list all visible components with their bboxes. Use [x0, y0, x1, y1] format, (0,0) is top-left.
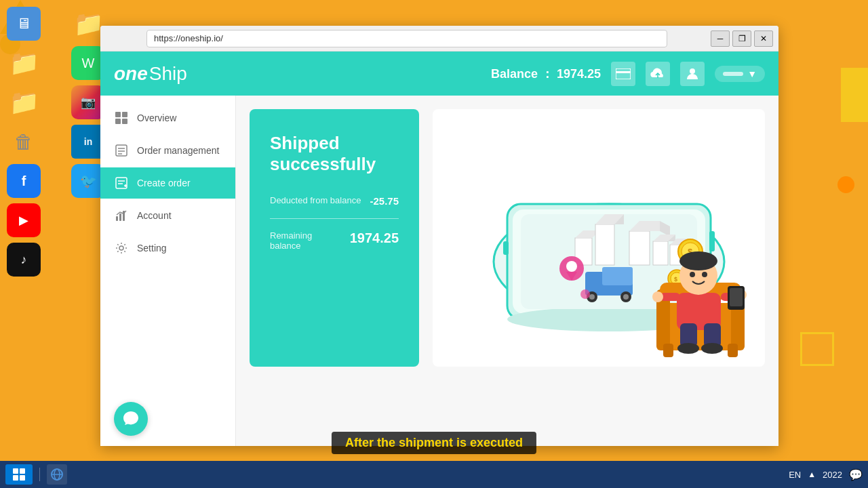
svg-point-67 — [690, 272, 695, 277]
desktop-icon-computer[interactable]: 🖥 — [7, 7, 41, 41]
logo-ship: Ship — [149, 63, 187, 85]
cloud-icon[interactable] — [646, 62, 670, 86]
svg-rect-18 — [119, 214, 121, 221]
svg-point-75 — [677, 343, 699, 354]
sidebar-item-setting[interactable]: Setting — [100, 232, 235, 264]
setting-icon — [114, 241, 129, 256]
deducted-label: Deducted from balance — [270, 195, 363, 205]
browser-address-bar[interactable]: https://oneship.io/ — [146, 30, 667, 47]
content-area: Shipped successfully Deducted from balan… — [236, 96, 778, 446]
svg-rect-1 — [616, 71, 631, 73]
svg-rect-62 — [663, 344, 673, 357]
overview-icon — [114, 110, 129, 125]
svg-rect-4 — [115, 112, 121, 117]
svg-point-45 — [589, 294, 595, 300]
taskbar-up-arrow: ▲ — [808, 470, 816, 479]
illustration-area: $ $ — [433, 109, 765, 367]
svg-point-76 — [701, 343, 723, 354]
desktop-icons-left: 🖥 📁 📁 🗑 f ▶ ♪ — [0, 0, 47, 461]
taskbar-lang: EN — [789, 470, 801, 480]
taskbar-year: 2022 — [823, 470, 842, 480]
deco-orange-circle — [837, 176, 854, 193]
balance-separator: ： — [541, 67, 553, 81]
svg-point-51 — [580, 289, 590, 299]
balance-display: Balance ： 1974.25 — [491, 66, 601, 82]
taskbar: EN ▲ 2022 💬 — [0, 461, 868, 488]
browser-titlebar: https://oneship.io/ ─ ❐ ✕ — [100, 26, 778, 52]
svg-point-68 — [702, 272, 707, 277]
browser-close-button[interactable]: ✕ — [754, 30, 773, 47]
browser-maximize-button[interactable]: ❐ — [732, 30, 751, 47]
sidebar-item-order-management[interactable]: Order management — [100, 135, 235, 166]
svg-point-66 — [679, 251, 717, 270]
balance-value: 1974.25 — [557, 67, 601, 81]
chat-button[interactable] — [114, 402, 148, 436]
svg-point-47 — [623, 294, 629, 300]
svg-rect-79 — [13, 468, 18, 474]
create-order-icon — [114, 176, 129, 190]
svg-rect-43 — [602, 267, 633, 285]
taskbar-right: EN ▲ 2022 💬 — [789, 468, 863, 481]
logo: one Ship — [114, 63, 187, 85]
sidebar-overview-label: Overview — [137, 113, 176, 123]
desktop: 🖥 📁 📁 🗑 f ▶ ♪ 📁 W 📷 in 🐦 https://oneship… — [0, 0, 868, 488]
desktop-icon-tiktok[interactable]: ♪ — [7, 243, 41, 277]
card-icon[interactable] — [611, 62, 635, 86]
browser-window: https://oneship.io/ ─ ❐ ✕ one Ship Balan… — [100, 26, 778, 446]
sidebar-setting-label: Setting — [137, 243, 167, 253]
svg-rect-63 — [728, 344, 738, 357]
svg-rect-82 — [20, 475, 25, 481]
order-management-icon — [114, 143, 129, 158]
svg-rect-80 — [20, 468, 25, 474]
success-card: Shipped successfully Deducted from balan… — [250, 109, 419, 367]
sidebar: Overview Order management — [100, 96, 236, 446]
desktop-icon-folder2[interactable]: 📁 — [7, 85, 41, 119]
app-header: one Ship Balance ： 1974.25 — [100, 52, 778, 96]
taskbar-chat-icon[interactable]: 💬 — [849, 468, 863, 481]
sidebar-account-label: Account — [137, 210, 172, 221]
header-right: Balance ： 1974.25 — [491, 62, 765, 86]
svg-rect-39 — [595, 224, 614, 265]
desktop-icon-youtube[interactable]: ▶ — [7, 203, 41, 237]
taskbar-app-ie[interactable] — [47, 464, 67, 485]
success-title: Shipped successfully — [270, 133, 399, 175]
remaining-value: 1974.25 — [350, 230, 399, 246]
sidebar-item-account[interactable]: Account — [100, 200, 235, 231]
deducted-value: -25.75 — [370, 195, 399, 207]
desktop-icon-folder1[interactable]: 📁 — [7, 46, 41, 80]
remaining-row: Remaining balance 1974.25 — [270, 230, 399, 251]
svg-rect-17 — [116, 216, 118, 221]
subtitle: After the shipment is executed — [332, 432, 536, 454]
svg-point-49 — [566, 261, 577, 272]
svg-rect-6 — [115, 119, 121, 124]
svg-point-3 — [690, 68, 695, 74]
desktop-icon-facebook[interactable]: f — [7, 164, 41, 198]
svg-rect-0 — [616, 68, 631, 79]
svg-point-20 — [119, 246, 123, 250]
taskbar-separator1 — [39, 468, 40, 481]
svg-rect-7 — [122, 119, 127, 124]
sidebar-item-create-order[interactable]: Create order — [100, 167, 235, 199]
sidebar-order-label: Order management — [137, 145, 219, 156]
balance-details: Deducted from balance -25.75 Remaining b… — [270, 195, 399, 251]
svg-rect-27 — [503, 241, 509, 255]
user-icon[interactable] — [680, 62, 705, 86]
sidebar-item-overview[interactable]: Overview — [100, 102, 235, 134]
remaining-label: Remaining balance — [270, 230, 343, 251]
browser-minimize-button[interactable]: ─ — [711, 30, 730, 47]
account-icon — [114, 208, 129, 223]
svg-rect-5 — [122, 112, 127, 117]
content-row: Shipped successfully Deducted from balan… — [250, 109, 765, 367]
svg-rect-81 — [13, 475, 18, 481]
deco-yellow-box2 — [800, 332, 834, 366]
divider — [270, 218, 399, 219]
balance-label: Balance — [491, 67, 538, 81]
header-dropdown[interactable]: ▼ — [715, 66, 765, 82]
svg-rect-78 — [730, 288, 743, 306]
browser-content: one Ship Balance ： 1974.25 — [100, 52, 778, 446]
deducted-row: Deducted from balance -25.75 — [270, 195, 399, 207]
start-button[interactable] — [5, 464, 33, 485]
desktop-icon-recycle[interactable]: 🗑 — [7, 125, 41, 159]
deco-yellow-box1 — [841, 68, 868, 122]
svg-point-71 — [652, 291, 663, 302]
